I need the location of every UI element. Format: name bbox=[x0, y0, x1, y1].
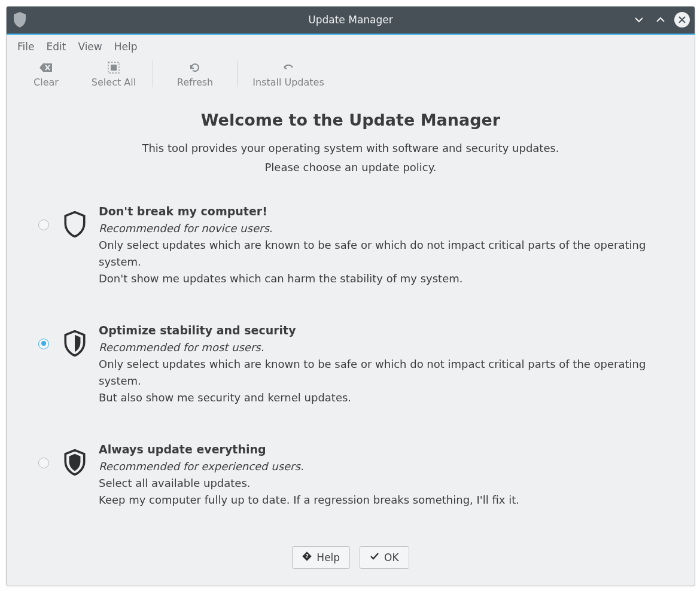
check-icon bbox=[370, 552, 379, 563]
policy-all-desc2: Keep my computer fully up to date. If a … bbox=[99, 492, 668, 508]
select-all-icon bbox=[108, 60, 120, 75]
policy-option-balanced[interactable]: Optimize stability and security Recommen… bbox=[33, 322, 668, 406]
policy-balanced-title: Optimize stability and security bbox=[99, 322, 668, 339]
policy-safe-rec: Recommended for novice users. bbox=[99, 220, 668, 237]
window-title: Update Manager bbox=[7, 14, 695, 26]
toolbar-install-label: Install Updates bbox=[252, 77, 324, 88]
clear-icon bbox=[39, 60, 53, 75]
refresh-icon bbox=[189, 60, 201, 75]
menu-view[interactable]: View bbox=[78, 41, 102, 53]
help-button[interactable]: ? Help bbox=[292, 546, 350, 569]
policy-safe-title: Don't break my computer! bbox=[99, 203, 668, 220]
menu-help[interactable]: Help bbox=[114, 41, 138, 53]
minimize-button[interactable] bbox=[631, 12, 647, 28]
radio-balanced[interactable] bbox=[38, 339, 49, 349]
radio-all[interactable] bbox=[38, 458, 49, 468]
update-manager-window: Update Manager File Edit View Help Clear bbox=[6, 6, 695, 586]
page-title: Welcome to the Update Manager bbox=[33, 111, 668, 129]
toolbar-refresh-label: Refresh bbox=[177, 77, 213, 88]
policy-balanced-rec: Recommended for most users. bbox=[99, 339, 668, 356]
menubar: File Edit View Help bbox=[7, 35, 695, 57]
close-button[interactable] bbox=[674, 12, 690, 28]
shield-half-icon bbox=[62, 322, 88, 357]
toolbar-install-updates[interactable]: Install Updates bbox=[238, 57, 339, 90]
toolbar-clear-label: Clear bbox=[34, 77, 59, 88]
shield-full-icon bbox=[62, 441, 88, 476]
app-shield-icon bbox=[13, 13, 27, 27]
menu-file[interactable]: File bbox=[17, 41, 34, 53]
help-icon: ? bbox=[302, 552, 312, 563]
intro-text: This tool provides your operating system… bbox=[33, 139, 668, 178]
ok-button-label: OK bbox=[384, 552, 399, 563]
footer: ? Help OK bbox=[7, 538, 695, 586]
shield-empty-icon bbox=[62, 203, 88, 237]
policy-balanced-desc2: But also show me security and kernel upd… bbox=[99, 389, 668, 406]
radio-safe[interactable] bbox=[38, 220, 49, 230]
policy-all-desc1: Select all available updates. bbox=[99, 475, 668, 492]
toolbar: Clear Select All Refresh Install Updates bbox=[7, 57, 695, 95]
window-controls bbox=[631, 12, 690, 28]
svg-rect-1 bbox=[111, 65, 117, 71]
toolbar-select-all[interactable]: Select All bbox=[75, 57, 153, 90]
intro-line-2: Please choose an update policy. bbox=[33, 158, 668, 177]
install-icon bbox=[282, 60, 294, 75]
policy-option-all[interactable]: Always update everything Recommended for… bbox=[33, 441, 668, 508]
maximize-button[interactable] bbox=[653, 12, 668, 28]
content-area: Welcome to the Update Manager This tool … bbox=[7, 95, 695, 538]
intro-line-1: This tool provides your operating system… bbox=[33, 139, 668, 158]
policy-safe-desc1: Only select updates which are known to b… bbox=[99, 237, 668, 270]
svg-text:?: ? bbox=[306, 553, 309, 559]
titlebar: Update Manager bbox=[7, 7, 695, 33]
help-button-label: Help bbox=[316, 552, 340, 563]
policy-balanced-desc1: Only select updates which are known to b… bbox=[99, 356, 668, 389]
toolbar-select-all-label: Select All bbox=[92, 77, 136, 88]
policy-safe-desc2: Don't show me updates which can harm the… bbox=[99, 270, 668, 287]
policy-all-rec: Recommended for experienced users. bbox=[99, 458, 668, 475]
menu-edit[interactable]: Edit bbox=[46, 41, 66, 53]
ok-button[interactable]: OK bbox=[360, 546, 409, 569]
policy-option-safe[interactable]: Don't break my computer! Recommended for… bbox=[33, 203, 668, 287]
policy-all-title: Always update everything bbox=[99, 441, 668, 458]
toolbar-refresh[interactable]: Refresh bbox=[153, 57, 237, 90]
toolbar-clear[interactable]: Clear bbox=[17, 57, 75, 90]
